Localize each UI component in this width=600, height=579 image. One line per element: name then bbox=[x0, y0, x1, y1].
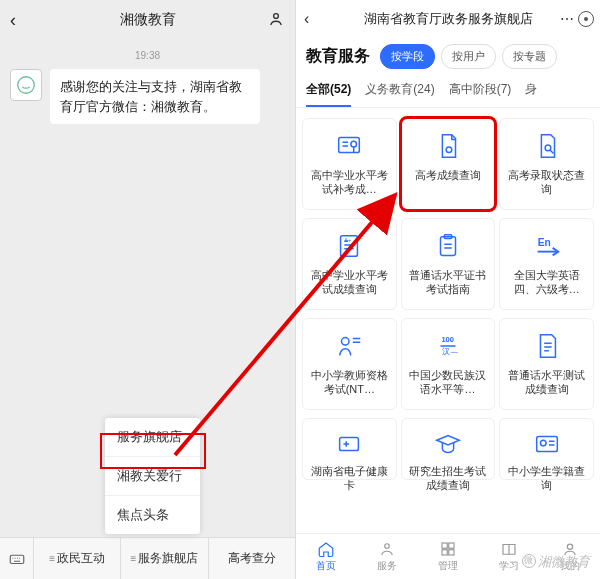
store-bottom-nav: 首页 服务 管理 学习 我的 bbox=[296, 533, 600, 579]
back-icon[interactable]: ‹ bbox=[10, 10, 16, 31]
svg-point-4 bbox=[351, 141, 357, 147]
svg-point-5 bbox=[446, 147, 452, 153]
chat-timestamp: 19:38 bbox=[0, 50, 295, 61]
card-academic-score[interactable]: A+ 高中学业水平考试成绩查询 bbox=[302, 218, 397, 310]
section-title: 教育服务 bbox=[306, 46, 370, 67]
bottom-tab-scores[interactable]: 高考查分 bbox=[209, 538, 295, 579]
grade-icon: A+ bbox=[332, 229, 366, 263]
nav-home[interactable]: 首页 bbox=[296, 534, 357, 579]
card-retake-score[interactable]: 高中学业水平考试补考成… bbox=[302, 118, 397, 210]
svg-point-17 bbox=[540, 440, 546, 446]
card-label: 中国少数民族汉语水平等… bbox=[406, 369, 491, 397]
close-icon[interactable] bbox=[578, 11, 594, 27]
chat-header: ‹ 湘微教育 bbox=[0, 0, 295, 40]
popup-item-care[interactable]: 湘教关爱行 bbox=[105, 457, 200, 496]
card-label: 全国大学英语四、六级考… bbox=[504, 269, 589, 297]
score-icon: 100汉— bbox=[431, 329, 465, 363]
message-bubble: 感谢您的关注与支持，湖南省教育厅官方微信：湘微教育。 bbox=[50, 69, 260, 124]
avatar[interactable] bbox=[10, 69, 42, 101]
svg-point-18 bbox=[385, 544, 390, 549]
svg-point-0 bbox=[274, 13, 279, 18]
bottom-tab-interact[interactable]: ≡政民互动 bbox=[34, 538, 121, 579]
menu-popup: 服务旗舰店 湘教关爱行 焦点头条 bbox=[105, 418, 200, 534]
certificate-icon bbox=[332, 129, 366, 163]
svg-text:A+: A+ bbox=[345, 237, 352, 243]
svg-rect-9 bbox=[440, 237, 455, 256]
card-label: 高中学业水平考试成绩查询 bbox=[307, 269, 392, 297]
card-student-status[interactable]: 中小学生学籍查询 bbox=[499, 418, 594, 480]
card-label: 高考录取状态查询 bbox=[504, 169, 589, 197]
svg-text:100: 100 bbox=[441, 335, 454, 344]
card-label: 研究生招生考试成绩查询 bbox=[406, 465, 491, 493]
card-putonghua-score[interactable]: 普通话水平测试成绩查询 bbox=[499, 318, 594, 410]
card-gaokao-score[interactable]: 高考成绩查询 bbox=[401, 118, 496, 210]
store-title: 湖南省教育厅政务服务旗舰店 bbox=[364, 10, 533, 28]
card-label: 普通话水平证书考试指南 bbox=[406, 269, 491, 297]
health-icon bbox=[332, 429, 366, 459]
bottom-tab-store[interactable]: ≡服务旗舰店 bbox=[121, 538, 208, 579]
svg-rect-16 bbox=[536, 437, 557, 452]
card-postgrad-score[interactable]: 研究生招生考试成绩查询 bbox=[401, 418, 496, 480]
english-icon: En bbox=[530, 229, 564, 263]
svg-rect-21 bbox=[442, 550, 447, 555]
filter-row: 教育服务 按学段 按用户 按专题 bbox=[296, 38, 600, 77]
card-label: 中小学教师资格考试(NT… bbox=[307, 369, 392, 397]
cat-highschool[interactable]: 高中阶段(7) bbox=[449, 81, 512, 107]
nav-study[interactable]: 学习 bbox=[478, 534, 539, 579]
category-row: 全部(52) 义务教育(24) 高中阶段(7) 身 bbox=[296, 77, 600, 108]
filter-stage[interactable]: 按学段 bbox=[380, 44, 435, 69]
card-label: 中小学生学籍查询 bbox=[504, 465, 589, 493]
svg-text:En: En bbox=[537, 237, 550, 248]
document-icon bbox=[431, 129, 465, 163]
filter-user[interactable]: 按用户 bbox=[441, 44, 496, 69]
svg-point-12 bbox=[342, 338, 350, 346]
doc-lines-icon bbox=[530, 329, 564, 363]
svg-rect-22 bbox=[449, 550, 454, 555]
nav-manage[interactable]: 管理 bbox=[418, 534, 479, 579]
more-icon[interactable]: ⋯ bbox=[560, 11, 574, 27]
card-putonghua-guide[interactable]: 普通话水平证书考试指南 bbox=[401, 218, 496, 310]
keyboard-icon[interactable] bbox=[0, 538, 34, 579]
svg-point-23 bbox=[567, 544, 572, 549]
card-health-card[interactable]: 湖南省电子健康卡 bbox=[302, 418, 397, 480]
card-label: 普通话水平测试成绩查询 bbox=[504, 369, 589, 397]
clipboard-icon bbox=[431, 229, 465, 263]
filter-topic[interactable]: 按专题 bbox=[502, 44, 557, 69]
message-row: 感谢您的关注与支持，湖南省教育厅官方微信：湘微教育。 bbox=[0, 61, 295, 132]
cat-compulsory[interactable]: 义务教育(24) bbox=[365, 81, 434, 107]
nav-service[interactable]: 服务 bbox=[357, 534, 418, 579]
svg-point-1 bbox=[18, 77, 35, 94]
popup-item-store[interactable]: 服务旗舰店 bbox=[105, 418, 200, 457]
graduate-icon bbox=[431, 429, 465, 459]
card-label: 高中学业水平考试补考成… bbox=[307, 169, 392, 197]
cat-more[interactable]: 身 bbox=[525, 81, 537, 107]
back-icon[interactable]: ‹ bbox=[304, 10, 309, 28]
id-icon bbox=[530, 429, 564, 459]
popup-item-news[interactable]: 焦点头条 bbox=[105, 496, 200, 534]
cat-all[interactable]: 全部(52) bbox=[306, 81, 351, 107]
document-search-icon bbox=[530, 129, 564, 163]
nav-mine[interactable]: 我的 bbox=[539, 534, 600, 579]
svg-rect-2 bbox=[10, 555, 24, 563]
card-label: 高考成绩查询 bbox=[415, 169, 481, 183]
chat-bottom-bar: ≡政民互动 ≡服务旗舰店 高考查分 bbox=[0, 537, 295, 579]
teacher-icon bbox=[332, 329, 366, 363]
chat-title: 湘微教育 bbox=[120, 11, 176, 29]
card-minority-lang[interactable]: 100汉— 中国少数民族汉语水平等… bbox=[401, 318, 496, 410]
card-teacher-cert[interactable]: 中小学教师资格考试(NT… bbox=[302, 318, 397, 410]
card-label: 湖南省电子健康卡 bbox=[307, 465, 392, 493]
service-grid: 高中学业水平考试补考成… 高考成绩查询 高考录取状态查询 A+ 高中学业水平考试… bbox=[302, 118, 594, 480]
profile-icon[interactable] bbox=[267, 10, 285, 31]
card-cet[interactable]: En 全国大学英语四、六级考… bbox=[499, 218, 594, 310]
svg-text:汉—: 汉— bbox=[442, 347, 458, 356]
store-header: ‹ 湖南省教育厅政务服务旗舰店 ⋯ bbox=[296, 0, 600, 38]
card-gaokao-admission[interactable]: 高考录取状态查询 bbox=[499, 118, 594, 210]
svg-rect-19 bbox=[442, 543, 447, 548]
svg-rect-20 bbox=[449, 543, 454, 548]
